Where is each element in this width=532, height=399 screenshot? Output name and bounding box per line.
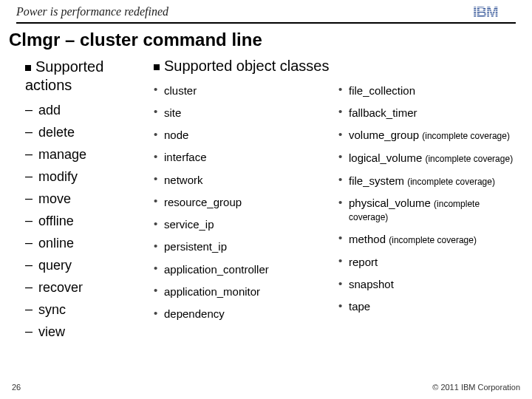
list-item: application_monitor (154, 280, 332, 302)
page-number: 26 (12, 383, 21, 392)
list-item: query (25, 254, 154, 276)
list-item: volume_group (incomplete coverage) (338, 124, 517, 147)
list-item: resource_group (154, 191, 332, 213)
list-item: add (25, 99, 154, 121)
list-item: tape (338, 296, 517, 318)
square-bullet-icon (154, 64, 160, 70)
list-item: delete (25, 121, 154, 143)
list-item: online (25, 232, 154, 254)
note: (incomplete coverage) (425, 154, 513, 164)
list-item: method (incomplete coverage) (338, 228, 517, 250)
list-item: modify (25, 166, 154, 188)
list-item: fallback_timer (338, 101, 517, 123)
classes-heading-text: Supported object classes (164, 58, 329, 74)
actions-heading: Supported actions (25, 58, 154, 95)
note: (incomplete coverage) (389, 235, 477, 245)
list-item: manage (25, 143, 154, 166)
list-item: cluster (154, 79, 332, 101)
supported-actions-section: Supported actions add delete manage modi… (25, 58, 154, 343)
note: (incomplete coverage) (422, 131, 510, 141)
list-item: network (154, 168, 332, 191)
list-item: dependency (154, 303, 332, 325)
classes-col1: cluster site node interface network reso… (154, 79, 332, 325)
list-item: physical_volume (incomplete coverage) (338, 192, 517, 228)
classes-col2: file_collection fallback_timer volume_gr… (338, 79, 517, 325)
list-item: file_collection (338, 79, 517, 101)
content: Supported actions add delete manage modi… (0, 58, 532, 343)
list-item: persistent_ip (154, 236, 332, 258)
list-item: application_controller (154, 258, 332, 280)
list-item: logical_volume (incomplete coverage) (338, 146, 517, 169)
note: (incomplete coverage) (407, 177, 495, 187)
list-item: service_ip (154, 214, 332, 236)
ibm-logo: IBM (473, 4, 516, 19)
list-item: node (154, 124, 332, 146)
list-item: sync (25, 299, 154, 321)
list-item: recover (25, 276, 154, 299)
classes-heading: Supported object classes (154, 58, 517, 75)
actions-heading-text: Supported actions (25, 58, 103, 93)
list-item: offline (25, 210, 154, 232)
page-title: Clmgr – cluster command line (0, 24, 532, 58)
list-item: interface (154, 146, 332, 168)
list-item: file_system (incomplete coverage) (338, 169, 517, 192)
supported-classes-section: Supported object classes cluster site no… (154, 58, 517, 343)
list-item: view (25, 321, 154, 343)
list-item: report (338, 250, 517, 273)
list-item: move (25, 188, 154, 210)
banner: Power is performance redefined IBM (0, 0, 532, 22)
list-item: snapshot (338, 273, 517, 296)
square-bullet-icon (25, 65, 31, 71)
list-item: site (154, 101, 332, 123)
tagline: Power is performance redefined (16, 5, 168, 18)
actions-list: add delete manage modify move offline on… (25, 99, 154, 343)
svg-text:IBM: IBM (473, 4, 498, 19)
copyright: © 2011 IBM Corporation (432, 383, 520, 392)
